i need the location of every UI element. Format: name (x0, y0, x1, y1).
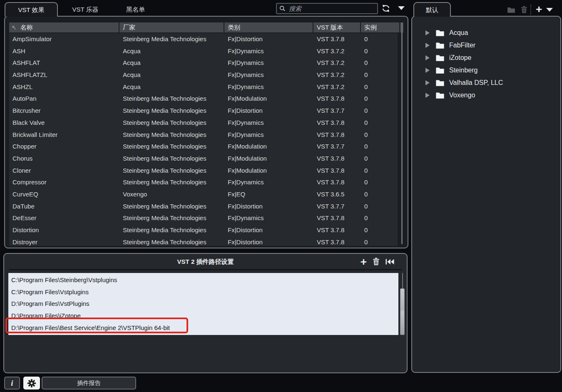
refresh-icon[interactable] (381, 4, 390, 13)
folder-tree-item[interactable]: Voxengo (418, 89, 556, 102)
search-options-dropdown-icon[interactable] (398, 6, 405, 10)
cell-name: ASHFLATZL (9, 69, 119, 81)
folder-label: Steinberg (449, 67, 478, 74)
expand-arrow-icon[interactable] (425, 43, 430, 48)
table-row[interactable]: Chopper Steinberg Media Technologies Fx|… (9, 141, 398, 153)
expand-arrow-icon[interactable] (425, 80, 430, 85)
cell-vendor: Steinberg Media Technologies (119, 212, 224, 224)
table-row[interactable]: CurveEQ Voxengo Fx|EQ VST 3.6.5 0 x (9, 189, 398, 201)
cell-name: Black Valve (9, 117, 119, 129)
cell-category: Fx|Dynamics (224, 117, 313, 129)
cell-version: VST 3.7.2 (313, 81, 360, 93)
folder-label: Valhalla DSP, LLC (449, 79, 503, 87)
table-row[interactable]: DaTube Steinberg Media Technologies Fx|D… (9, 201, 398, 213)
folder-icon (435, 67, 445, 74)
cell-version: VST 3.7.7 (313, 201, 360, 213)
path-list-item[interactable]: D:\Program Files\VstPlugins (8, 298, 398, 310)
column-header-instances[interactable]: 实例 (361, 22, 399, 32)
path-list-scrollbar[interactable] (400, 273, 405, 335)
cell-vendor: Steinberg Media Technologies (119, 201, 224, 213)
scrollbar-thumb[interactable] (400, 288, 405, 335)
expand-arrow-icon[interactable] (425, 68, 430, 73)
new-folder-icon[interactable] (507, 6, 515, 13)
path-list-item[interactable]: D:\Program Files\iZotope (8, 310, 398, 322)
cell-vendor: Steinberg Media Technologies (119, 93, 224, 105)
cell-category: Fx|Distortion (224, 224, 313, 236)
table-row[interactable]: Brickwall Limiter Steinberg Media Techno… (9, 129, 398, 141)
cell-instances: 0 (361, 141, 398, 153)
info-button[interactable]: i (4, 377, 20, 390)
table-scrollbar[interactable] (401, 22, 403, 244)
folder-tree-item[interactable]: Acqua (418, 27, 556, 39)
cell-version: VST 3.7.2 (313, 57, 360, 69)
cell-vendor: Steinberg Media Technologies (119, 153, 224, 165)
cell-version: VST 3.7.7 (313, 105, 360, 117)
tab-default-collection[interactable]: 默认 (413, 2, 451, 17)
expand-arrow-icon[interactable] (425, 55, 430, 60)
cell-category: Fx|Dynamics (224, 81, 313, 93)
column-header-category[interactable]: 类别 (224, 22, 313, 32)
table-row[interactable]: ASH Acqua Fx|Dynamics VST 3.7.2 0 x (9, 45, 398, 57)
info-button-label: i (11, 379, 13, 388)
cell-name: Distortion (9, 224, 119, 236)
settings-gear-button[interactable] (23, 377, 40, 390)
delete-folder-trash-icon[interactable] (521, 6, 527, 13)
cell-category: Fx|Modulation (224, 153, 313, 165)
table-row[interactable]: Distroyer Steinberg Media Technologies F… (9, 236, 398, 246)
tab-blacklist[interactable]: 黑名单 (112, 2, 159, 17)
add-path-plus-icon[interactable]: + (361, 257, 367, 266)
folder-tree-item[interactable]: FabFilter (418, 39, 556, 52)
path-list-item[interactable]: D:\Program Files\Best Service\Engine 2\V… (8, 322, 398, 334)
table-row[interactable]: Chorus Steinberg Media Technologies Fx|M… (9, 153, 398, 165)
add-collection-plus-icon[interactable]: + (535, 5, 545, 15)
cell-name: Cloner (9, 165, 119, 177)
table-row[interactable]: Distortion Steinberg Media Technologies … (9, 224, 398, 236)
folder-icon (435, 42, 445, 49)
cell-version: VST 3.7.8 (313, 165, 360, 177)
plugin-report-button[interactable]: 插件报告 (42, 377, 136, 390)
cell-category: Fx|Dynamics (224, 176, 313, 189)
table-row[interactable]: Cloner Steinberg Media Technologies Fx|M… (9, 165, 398, 177)
expand-arrow-icon[interactable] (425, 30, 430, 35)
search-icon (279, 5, 286, 12)
table-row[interactable]: AutoPan Steinberg Media Technologies Fx|… (9, 93, 398, 105)
folder-label: Acqua (449, 29, 468, 37)
toolbar-separator (530, 5, 531, 15)
cell-category: Fx|Distortion (224, 201, 313, 213)
cell-name: AmpSimulator (9, 33, 119, 45)
delete-path-trash-icon[interactable] (373, 258, 380, 265)
paths-panel-header: VST 2 插件路径设置 + (9, 254, 402, 270)
cell-category: Fx|Dynamics (224, 69, 313, 81)
tab-vst-effects[interactable]: VST 效果 (5, 2, 58, 17)
cell-instances: 0 (361, 201, 398, 213)
column-header-name[interactable]: ↖ 名称 (9, 22, 119, 32)
path-list-item[interactable]: C:\Program Files\Vstplugins (8, 286, 398, 298)
search-input[interactable] (288, 5, 375, 12)
tab-vst-instruments[interactable]: VST 乐器 (60, 2, 110, 17)
folder-tree-item[interactable]: iZotope (418, 52, 556, 64)
folder-icon (435, 79, 445, 87)
table-row[interactable]: Compressor Steinberg Media Technologies … (9, 176, 398, 189)
table-row[interactable]: DeEsser Steinberg Media Technologies Fx|… (9, 212, 398, 224)
table-row[interactable]: ASHZL Acqua Fx|Dynamics VST 3.7.2 0 x (9, 81, 398, 93)
column-header-version[interactable]: VST 版本 (313, 22, 360, 32)
path-list-item[interactable]: C:\Program Files\Steinberg\Vstplugins (8, 274, 398, 286)
table-row[interactable]: ASHFLATZL Acqua Fx|Dynamics VST 3.7.2 0 … (9, 69, 398, 81)
reset-paths-icon[interactable] (385, 259, 394, 265)
folder-tree-item[interactable]: Steinberg (418, 64, 556, 77)
table-row[interactable]: ASHFLAT Acqua Fx|Dynamics VST 3.7.2 0 x (9, 57, 398, 69)
cell-instances: 0 (361, 93, 398, 105)
cell-version: VST 3.7.2 (313, 45, 360, 57)
cell-instances: 0 (361, 81, 398, 93)
expand-arrow-icon[interactable] (425, 93, 430, 98)
table-row[interactable]: Black Valve Steinberg Media Technologies… (9, 117, 398, 129)
table-row[interactable]: Bitcrusher Steinberg Media Technologies … (9, 105, 398, 117)
folder-tree-item[interactable]: Valhalla DSP, LLC (418, 77, 556, 89)
table-row[interactable]: AmpSimulator Steinberg Media Technologie… (9, 33, 398, 45)
cell-instances: 0 (361, 33, 398, 45)
cell-vendor: Steinberg Media Technologies (119, 224, 224, 236)
collection-options-dropdown-icon[interactable] (546, 8, 553, 12)
column-header-vendor[interactable]: 厂家 (119, 22, 224, 32)
cell-version: VST 3.7.8 (313, 117, 360, 129)
cell-instances: 0 (361, 189, 398, 201)
